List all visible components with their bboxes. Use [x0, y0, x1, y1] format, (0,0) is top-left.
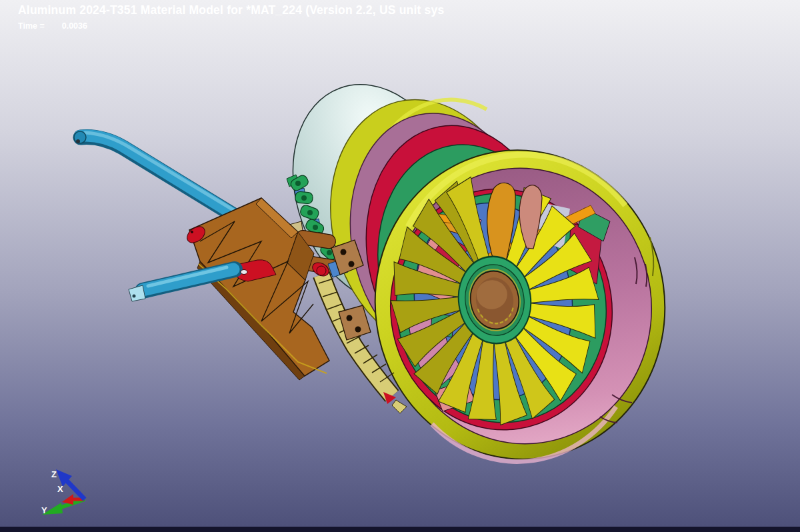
time-label: Time = [18, 21, 45, 31]
time-display: Time =0.0036 [18, 21, 444, 31]
z-axis-label: Z [51, 469, 57, 479]
status-bar [0, 527, 800, 532]
x-axis-label: X [57, 484, 63, 494]
y-axis-label: Y [41, 505, 47, 515]
lsprepost-window: Z X Y Aluminum 2024-T351 Material Model … [0, 0, 800, 532]
model-viewport[interactable]: Z X Y [0, 0, 800, 532]
time-value: 0.0036 [62, 21, 87, 31]
title-overlay: Aluminum 2024-T351 Material Model for *M… [18, 3, 444, 31]
model-title: Aluminum 2024-T351 Material Model for *M… [18, 3, 444, 17]
